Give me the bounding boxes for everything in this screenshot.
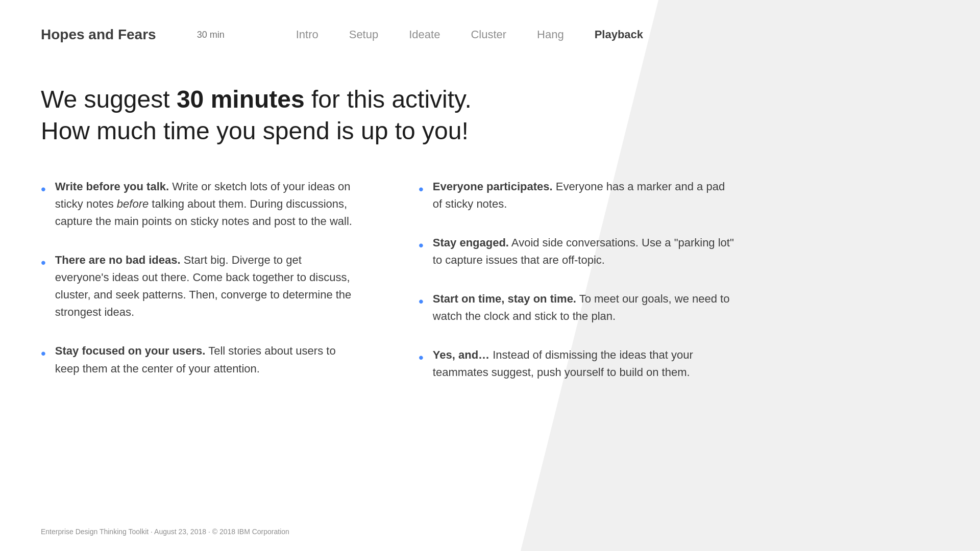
bullet-text: Start on time, stay on time. To meet our… [433,290,735,325]
nav-item-intro[interactable]: Intro [296,28,318,41]
nav-bar: Intro Setup Ideate Cluster Hang Playback [296,28,643,41]
bullet-text: Everyone participates. Everyone has a ma… [433,178,735,213]
bullet-dot-icon: • [419,179,424,199]
bullet-text: Stay engaged. Avoid side conversations. … [433,234,735,269]
bullet-text: Yes, and… Instead of dismissing the idea… [433,346,735,381]
list-item: • Write before you talk. Write or sketch… [41,178,357,230]
bullet-dot-icon: • [41,179,46,199]
list-item: • There are no bad ideas. Start big. Div… [41,252,357,321]
list-item: • Yes, and… Instead of dismissing the id… [419,346,735,381]
duration-label: 30 min [197,30,225,40]
bullet-text: Write before you talk. Write or sketch l… [55,178,357,230]
nav-item-hang[interactable]: Hang [537,28,564,41]
header: Hopes and Fears 30 min Intro Setup Ideat… [0,0,980,43]
main-content: We suggest 30 minutes for this activity.… [0,43,980,403]
footer-text: Enterprise Design Thinking Toolkit · Aug… [41,528,289,536]
bullet-columns: • Write before you talk. Write or sketch… [41,178,939,403]
bullet-text: There are no bad ideas. Start big. Diver… [55,252,357,321]
list-item: • Stay focused on your users. Tell stori… [41,342,357,377]
main-headline: We suggest 30 minutes for this activity.… [41,84,500,147]
list-item: • Everyone participates. Everyone has a … [419,178,735,213]
nav-item-cluster[interactable]: Cluster [471,28,506,41]
nav-item-playback[interactable]: Playback [595,28,643,41]
list-item: • Start on time, stay on time. To meet o… [419,290,735,325]
bullet-dot-icon: • [419,347,424,367]
bullet-dot-icon: • [419,291,424,311]
bullet-dot-icon: • [419,235,424,255]
right-column: • Everyone participates. Everyone has a … [419,178,735,403]
footer: Enterprise Design Thinking Toolkit · Aug… [41,528,289,536]
bullet-text: Stay focused on your users. Tell stories… [55,342,357,377]
nav-item-setup[interactable]: Setup [349,28,379,41]
page-title: Hopes and Fears [41,27,156,43]
nav-item-ideate[interactable]: Ideate [409,28,440,41]
bullet-dot-icon: • [41,253,46,272]
bullet-dot-icon: • [41,343,46,363]
list-item: • Stay engaged. Avoid side conversations… [419,234,735,269]
left-column: • Write before you talk. Write or sketch… [41,178,357,403]
